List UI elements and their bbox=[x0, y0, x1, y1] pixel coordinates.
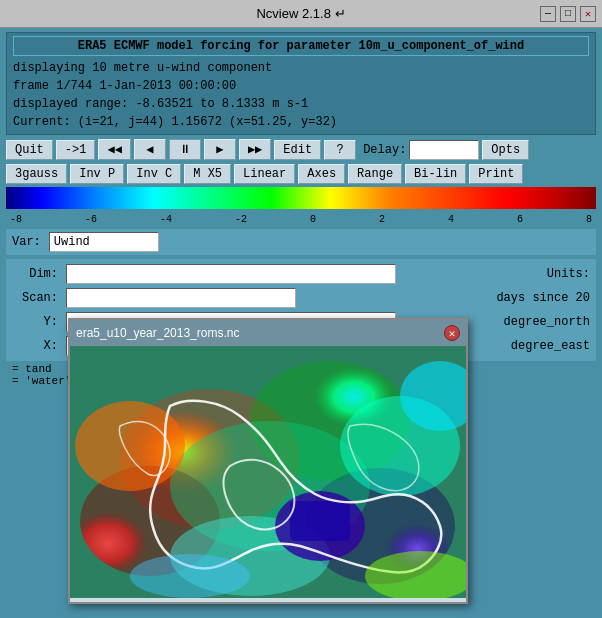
print-button[interactable]: Print bbox=[469, 164, 523, 184]
colorbar-labels: -8 -6 -4 -2 0 2 4 6 8 bbox=[6, 214, 596, 225]
forward-fast-button[interactable]: ▶▶ bbox=[239, 139, 271, 160]
scan-label: Scan: bbox=[12, 291, 62, 305]
close-button[interactable]: ✕ bbox=[580, 6, 596, 22]
svg-rect-11 bbox=[290, 501, 350, 541]
opts-button[interactable]: Opts bbox=[482, 140, 529, 160]
inv-c-button[interactable]: Inv C bbox=[127, 164, 181, 184]
y-units: degree_north bbox=[504, 315, 590, 329]
var-row: Var: bbox=[6, 229, 596, 255]
dim-row: Dim: Units: bbox=[12, 263, 590, 285]
dialog-title: era5_u10_year_2013_roms.nc bbox=[76, 326, 239, 340]
bi-lin-button[interactable]: Bi-lin bbox=[405, 164, 466, 184]
var-input[interactable] bbox=[49, 232, 159, 252]
delay-input[interactable] bbox=[409, 140, 479, 160]
svg-point-14 bbox=[130, 554, 250, 598]
axes-button[interactable]: Axes bbox=[298, 164, 345, 184]
header-line2: frame 1/744 1-Jan-2013 00:00:00 bbox=[13, 77, 589, 95]
help-button[interactable]: ? bbox=[324, 140, 356, 160]
colorbar-label-8: 8 bbox=[586, 214, 592, 225]
y-label: Y: bbox=[12, 315, 62, 329]
edit-button[interactable]: Edit bbox=[274, 140, 321, 160]
x-units: degree_east bbox=[511, 339, 590, 353]
colorbar-label-4: 4 bbox=[448, 214, 454, 225]
dim-label: Dim: bbox=[12, 267, 62, 281]
window-controls: — □ ✕ bbox=[540, 6, 596, 22]
minimize-button[interactable]: — bbox=[540, 6, 556, 22]
colorbar-container: -8 -6 -4 -2 0 2 4 6 8 bbox=[6, 187, 596, 225]
info-header: ERA5 ECMWF model forcing for parameter 1… bbox=[6, 32, 596, 135]
m-x5-button[interactable]: M X5 bbox=[184, 164, 231, 184]
colorbar-label-2: 2 bbox=[379, 214, 385, 225]
var-label: Var: bbox=[12, 235, 41, 249]
dialog-content bbox=[70, 346, 466, 602]
maximize-button[interactable]: □ bbox=[560, 6, 576, 22]
pause-button[interactable]: ⏸ bbox=[169, 139, 201, 160]
dim-input[interactable] bbox=[66, 264, 396, 284]
file-dialog: era5_u10_year_2013_roms.nc ✕ bbox=[68, 318, 468, 604]
svg-rect-0 bbox=[6, 187, 596, 209]
wind-visualization bbox=[70, 346, 466, 598]
units-label: Units: bbox=[547, 267, 590, 281]
forward-button[interactable]: ▶ bbox=[204, 139, 236, 160]
header-line1: displaying 10 metre u-wind component bbox=[13, 59, 589, 77]
linear-button[interactable]: Linear bbox=[234, 164, 295, 184]
colorbar-label-neg2: -2 bbox=[235, 214, 247, 225]
colorbar-label-neg8: -8 bbox=[10, 214, 22, 225]
header-line4: Current: (i=21, j=44) 1.15672 (x=51.25, … bbox=[13, 113, 589, 131]
header-title: ERA5 ECMWF model forcing for parameter 1… bbox=[13, 36, 589, 56]
quit-button[interactable]: Quit bbox=[6, 140, 53, 160]
title-bar: Ncview 2.1.8 ↵ — □ ✕ bbox=[0, 0, 602, 28]
rewind-button[interactable]: ◀ bbox=[134, 139, 166, 160]
header-line3: displayed range: -8.63521 to 8.1333 m s-… bbox=[13, 95, 589, 113]
x-label: X: bbox=[12, 339, 62, 353]
dialog-titlebar: era5_u10_year_2013_roms.nc ✕ bbox=[70, 320, 466, 346]
dialog-close-button[interactable]: ✕ bbox=[444, 325, 460, 341]
delay-label: Delay: bbox=[363, 143, 406, 157]
scan-units: days since 20 bbox=[496, 291, 590, 305]
arrow1-button[interactable]: ->1 bbox=[56, 140, 96, 160]
colorbar-label-neg4: -4 bbox=[160, 214, 172, 225]
colorbar-label-0: 0 bbox=[310, 214, 316, 225]
rewind-fast-button[interactable]: ◀◀ bbox=[98, 139, 130, 160]
colorbar-controls: 3gauss Inv P Inv C M X5 Linear Axes Rang… bbox=[6, 164, 596, 184]
colorbar-label-6: 6 bbox=[517, 214, 523, 225]
range-button[interactable]: Range bbox=[348, 164, 402, 184]
window-title: Ncview 2.1.8 ↵ bbox=[256, 6, 345, 21]
colorbar-label-neg6: -6 bbox=[85, 214, 97, 225]
inv-p-button[interactable]: Inv P bbox=[70, 164, 124, 184]
scan-row: Scan: days since 20 bbox=[12, 287, 590, 309]
toolbar-row: Quit ->1 ◀◀ ◀ ⏸ ▶ ▶▶ Edit ? Delay: Opts bbox=[6, 139, 596, 160]
3gauss-button[interactable]: 3gauss bbox=[6, 164, 67, 184]
scan-input[interactable] bbox=[66, 288, 296, 308]
colorbar bbox=[6, 187, 596, 209]
